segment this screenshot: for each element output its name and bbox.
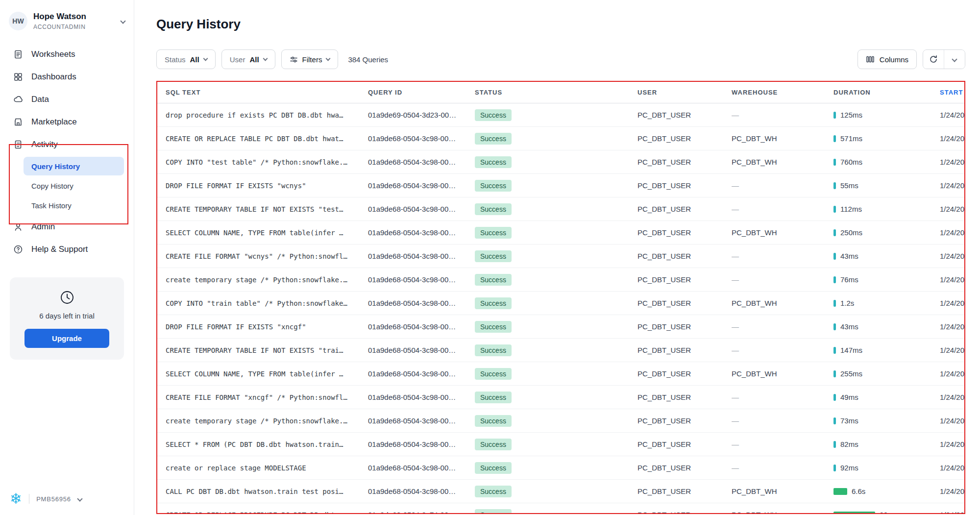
column-header-start-time[interactable]: START TIME (940, 89, 964, 96)
duration-bar (833, 300, 836, 307)
sidebar-item-activity[interactable]: Activity (0, 133, 134, 156)
table-row[interactable]: CREATE OR REPLACE PROCEDURE PC_DBT_DB.db… (157, 503, 964, 514)
sidebar-footer: ❄ PMB56956 (10, 491, 82, 506)
user-cell: PC_DBT_USER (637, 205, 732, 213)
table-header-row: SQL TEXT QUERY ID STATUS USER WAREHOUSE … (157, 82, 964, 103)
status-badge: Success (475, 156, 512, 168)
status-badge: Success (475, 462, 512, 474)
table-row[interactable]: CREATE TEMPORARY TABLE IF NOT EXISTS "te… (157, 197, 964, 221)
column-header-status[interactable]: STATUS (475, 89, 637, 96)
main-content: Query History Status All User All Filter… (134, 0, 980, 515)
status-cell: Success (475, 321, 637, 333)
table-row[interactable]: create temporary stage /* Python:snowfla… (157, 409, 964, 433)
app-window: HW Hope Watson ACCOUNTADMIN Worksheets D… (0, 0, 980, 515)
warehouse-cell: — (732, 464, 833, 472)
duration-text: 571ms (840, 134, 862, 143)
user-cell: PC_DBT_USER (637, 487, 732, 495)
duration-bar (833, 276, 836, 283)
column-header-sql-text[interactable]: SQL TEXT (166, 89, 368, 96)
start-time-cell: 1/24/20 (940, 393, 964, 401)
warehouse-cell: PC_DBT_WH (732, 299, 833, 307)
upgrade-button[interactable]: Upgrade (24, 329, 109, 348)
snowflake-logo-icon[interactable]: ❄ (10, 491, 22, 506)
start-time-cell: 1/24/20 (940, 181, 964, 190)
query-id-cell: 01a9de68-0504-3c98-00… (368, 346, 475, 354)
column-header-duration[interactable]: DURATION (833, 89, 940, 96)
table-row[interactable]: CREATE OR REPLACE TABLE PC_DBT_DB.dbt_hw… (157, 127, 964, 150)
sql-text-cell: CREATE FILE FORMAT "wcnys" /* Python:sno… (166, 252, 368, 260)
sidebar-subitem-query-history[interactable]: Query History (24, 157, 124, 175)
sidebar-subitem-copy-history[interactable]: Copy History (24, 176, 124, 195)
duration-text: 112ms (840, 205, 862, 213)
table-row[interactable]: drop procedure if exists PC_DBT_DB.dbt_h… (157, 103, 964, 127)
duration-text: 82ms (840, 440, 858, 448)
columns-button[interactable]: Columns (858, 49, 917, 69)
duration-cell: 76ms (833, 275, 940, 284)
admin-icon (13, 221, 24, 232)
refresh-options-button[interactable] (944, 50, 965, 69)
status-cell: Success (475, 156, 637, 168)
chevron-down-icon[interactable] (77, 496, 82, 501)
status-cell: Success (475, 274, 637, 286)
table-row[interactable]: DROP FILE FORMAT IF EXISTS "wcnys" 01a9d… (157, 174, 964, 197)
table-row[interactable]: CREATE TEMPORARY TABLE IF NOT EXISTS "tr… (157, 339, 964, 362)
column-header-user[interactable]: USER (637, 89, 732, 96)
sidebar-item-worksheets[interactable]: Worksheets (0, 43, 134, 66)
table-row[interactable]: CALL PC_DBT_DB.dbt_hwatson.train_test_po… (157, 480, 964, 503)
status-filter-button[interactable]: Status All (156, 49, 216, 69)
table-row[interactable]: create or replace stage MODELSTAGE 01a9d… (157, 456, 964, 480)
table-row[interactable]: CREATE FILE FORMAT "xncgf" /* Python:sno… (157, 386, 964, 409)
sidebar-item-help-support[interactable]: Help & Support (0, 238, 134, 261)
table-row[interactable]: DROP FILE FORMAT IF EXISTS "xncgf" 01a9d… (157, 315, 964, 339)
table-row[interactable]: COPY INTO "test_table" /* Python:snowfla… (157, 150, 964, 174)
query-id-cell: 01a9de68-0504-3c98-00… (368, 158, 475, 166)
sql-text-cell: SELECT COLUMN_NAME, TYPE FROM table(infe… (166, 229, 368, 237)
start-time-cell: 1/24/20 (940, 299, 964, 307)
start-time-cell: 1/24/20 (940, 369, 964, 378)
start-time-cell: 1/24/20 (940, 134, 964, 143)
table-row[interactable]: SELECT COLUMN_NAME, TYPE FROM table(infe… (157, 362, 964, 386)
status-badge: Success (475, 203, 512, 215)
user-filter-button[interactable]: User All (221, 49, 275, 69)
sidebar-item-data[interactable]: Data (0, 88, 134, 111)
table-row[interactable]: SELECT * FROM (PC_DBT_DB.dbt_hwatson.tra… (157, 433, 964, 456)
sidebar: HW Hope Watson ACCOUNTADMIN Worksheets D… (0, 0, 134, 515)
duration-bar (833, 323, 836, 330)
sidebar-item-marketplace[interactable]: Marketplace (0, 111, 134, 133)
table-row[interactable]: CREATE FILE FORMAT "wcnys" /* Python:sno… (157, 245, 964, 268)
duration-text: 43ms (840, 252, 858, 260)
query-history-table: SQL TEXT QUERY ID STATUS USER WAREHOUSE … (156, 81, 965, 514)
query-id-cell: 01a9de68-0504-3c98-00… (368, 252, 475, 260)
user-cell: PC_DBT_USER (637, 322, 732, 331)
toolbar: Status All User All Filters 384 Queries (156, 49, 965, 69)
query-id-cell: 01a9de68-0504-3c98-00… (368, 181, 475, 190)
column-header-query-id[interactable]: QUERY ID (368, 89, 475, 96)
duration-bar (833, 465, 836, 471)
status-badge: Success (475, 392, 512, 403)
user-cell: PC_DBT_USER (637, 275, 732, 284)
chevron-down-icon (263, 56, 268, 61)
sidebar-item-admin[interactable]: Admin (0, 216, 134, 238)
duration-text: 92ms (840, 464, 858, 472)
warehouse-cell: — (732, 275, 833, 284)
filters-button[interactable]: Filters (281, 49, 339, 69)
refresh-button[interactable] (923, 50, 944, 69)
column-header-warehouse[interactable]: WAREHOUSE (732, 89, 833, 96)
duration-text: 55ms (840, 181, 858, 190)
status-cell: Success (475, 392, 637, 403)
duration-cell: 255ms (833, 369, 940, 378)
status-cell: Success (475, 462, 637, 474)
account-menu[interactable]: HW Hope Watson ACCOUNTADMIN (0, 0, 134, 30)
query-id-cell: 01a9de68-0504-3c98-00… (368, 228, 475, 237)
duration-text: 49ms (840, 393, 858, 401)
sql-text-cell: CREATE FILE FORMAT "xncgf" /* Python:sno… (166, 393, 368, 401)
start-time-cell: 1/24/20 (940, 158, 964, 166)
table-row[interactable]: create temporary stage /* Python:snowfla… (157, 268, 964, 292)
table-row[interactable]: SELECT COLUMN_NAME, TYPE FROM table(infe… (157, 221, 964, 245)
sidebar-subitem-task-history[interactable]: Task History (24, 196, 124, 215)
user-name: Hope Watson (33, 12, 115, 22)
duration-cell: 1.2s (833, 299, 940, 307)
query-id-cell: 01a9de69-0504-3d23-00… (368, 111, 475, 119)
table-row[interactable]: COPY INTO "train_table" /* Python:snowfl… (157, 292, 964, 315)
sidebar-item-dashboards[interactable]: Dashboards (0, 66, 134, 88)
